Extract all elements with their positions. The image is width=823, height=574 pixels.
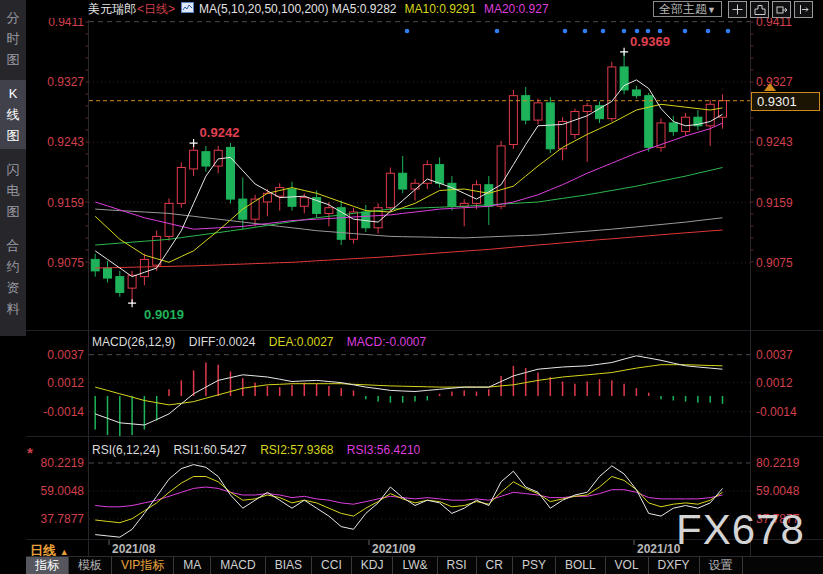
sidebar-item-1[interactable]: K线图 (0, 80, 26, 149)
candlestick-chart[interactable]: 0.94110.94110.93270.93270.92430.92430.91… (0, 0, 823, 574)
toolbar-tab-1[interactable]: 模板 (69, 557, 112, 574)
macd-histogram-bar (304, 383, 306, 396)
watermark: FX678 (676, 506, 805, 554)
candle-body (473, 185, 481, 204)
rsi3-line (95, 487, 722, 507)
crosshair-icon[interactable] (728, 1, 747, 18)
toolbar-tab-11[interactable]: PSY (513, 557, 556, 574)
sidebar-item-0[interactable]: 分时图 (0, 4, 26, 73)
app-window: 0.94110.94110.93270.93270.92430.92430.91… (0, 0, 823, 574)
macd-histogram-bar (94, 396, 96, 430)
macd-histogram-bar (119, 396, 121, 436)
toolbar-tab-12[interactable]: BOLL (556, 557, 606, 574)
toolbar-tab-2[interactable]: VIP指标 (112, 557, 174, 574)
candle-body (497, 146, 505, 206)
macd-axis-label: 0.0037 (47, 348, 84, 362)
candle-body (571, 111, 579, 134)
period-indicator: <日线> (137, 1, 175, 18)
candle-body (436, 165, 444, 184)
candle-body (485, 185, 493, 207)
toolbar-tab-5[interactable]: BIAS (266, 557, 312, 574)
signal-dot (683, 29, 688, 34)
sidebar-item-3[interactable]: 合约资料 (0, 232, 26, 322)
candle-body (165, 203, 173, 236)
candle-body (620, 67, 628, 90)
macd-histogram-bar (131, 396, 133, 435)
macd-histogram-bar (377, 396, 379, 402)
scale-horizontal-icon[interactable] (772, 1, 791, 18)
macd-histogram-bar (488, 389, 490, 396)
macd-histogram-bar (463, 390, 465, 396)
candle-body (608, 67, 616, 119)
indicator-toolbar: 指标模板VIP指标MAMACDBIASCCIKDJLW&RSICRPSYBOLL… (26, 556, 823, 574)
price-axis-label: 0.9243 (47, 135, 84, 149)
toolbar-tab-6[interactable]: CCI (312, 557, 352, 574)
macd-axis-label: 0.0012 (47, 376, 84, 390)
candle-body (546, 103, 554, 149)
candle-body (411, 183, 419, 189)
scale-vertical-icon[interactable] (750, 1, 769, 18)
toolbar-tab-15[interactable]: 设置 (700, 557, 743, 574)
toolbar-tab-14[interactable]: DXFY (649, 557, 700, 574)
candle-body (190, 150, 198, 169)
macd-diff-value: DIFF:0.0024 (189, 335, 256, 349)
rsi-label-row: RSI(6,12,24) RSI1:60.5427 RSI2:57.9368 R… (92, 443, 420, 457)
toolbar-tab-8[interactable]: LW& (393, 557, 437, 574)
extreme-cross-icon (190, 139, 198, 147)
macd-histogram-bar (648, 393, 650, 396)
macd-histogram-bar (636, 388, 638, 396)
macd-histogram-bar (660, 396, 662, 399)
toolbar-tab-10[interactable]: CR (477, 557, 513, 574)
price-axis-label: 0.9327 (47, 75, 84, 89)
candle-body (632, 90, 640, 96)
sidebar-item-2[interactable]: 闪电图 (0, 156, 26, 225)
macd-histogram-bar (279, 387, 281, 396)
macd-histogram-bar (205, 362, 207, 396)
macd-histogram-bar (513, 366, 515, 396)
macd-histogram-bar (697, 396, 699, 403)
macd-histogram-bar (340, 388, 342, 396)
candle-body (325, 208, 333, 214)
toolbar-tab-0[interactable]: 指标 (26, 557, 69, 574)
macd-histogram-bar (476, 392, 478, 396)
toolbar-tab-9[interactable]: RSI (438, 557, 477, 574)
rsi-axis-label: 59.0048 (41, 484, 85, 498)
rsi-axis-label: 80.2219 (756, 456, 800, 470)
candle-body (583, 106, 591, 112)
toolbar-tab-13[interactable]: VOL (606, 557, 649, 574)
price-axis-label: 0.9159 (47, 196, 84, 210)
rsi-panel-marker-icon[interactable]: * (27, 444, 33, 461)
macd-dea-line (95, 365, 722, 405)
ma20-value: MA20:0.927 (484, 2, 549, 16)
rsi3-value: RSI3:56.4210 (347, 443, 420, 457)
theme-dropdown[interactable]: 全部主题▼ (653, 1, 722, 17)
candle-body (534, 103, 542, 120)
macd-macd-value: MACD:-0.0007 (347, 335, 426, 349)
rsi-settings-label: RSI(6,12,24) (92, 443, 160, 457)
signal-dot (601, 29, 606, 34)
toolbar-tab-7[interactable]: KDJ (352, 557, 394, 574)
macd-histogram-bar (586, 381, 588, 396)
toolbar-tab-4[interactable]: MACD (211, 557, 265, 574)
macd-histogram-bar (414, 396, 416, 402)
candle-body (509, 96, 517, 145)
candle-body (596, 106, 604, 119)
ma200-line (95, 230, 722, 268)
candle-body (300, 198, 308, 207)
macd-dea-value: DEA:0.0027 (269, 335, 334, 349)
candle-body (559, 122, 567, 149)
price-annotation: 0.9019 (144, 307, 184, 322)
macd-histogram-bar (156, 396, 158, 421)
chart-thumbnail-icon[interactable] (181, 2, 194, 16)
signal-dot (405, 29, 410, 34)
rsi-axis-label: 80.2219 (41, 456, 85, 470)
price-up-arrow-icon (764, 83, 776, 91)
toolbar-tab-3[interactable]: MA (174, 557, 211, 574)
macd-histogram-bar (353, 390, 355, 396)
macd-histogram-bar (390, 396, 392, 403)
macd-histogram-bar (230, 371, 232, 396)
pane-collapse-icon[interactable] (794, 1, 813, 18)
rsi-axis-label: 37.7877 (41, 512, 85, 526)
signal-dot (622, 29, 627, 34)
candle-body (350, 212, 358, 239)
